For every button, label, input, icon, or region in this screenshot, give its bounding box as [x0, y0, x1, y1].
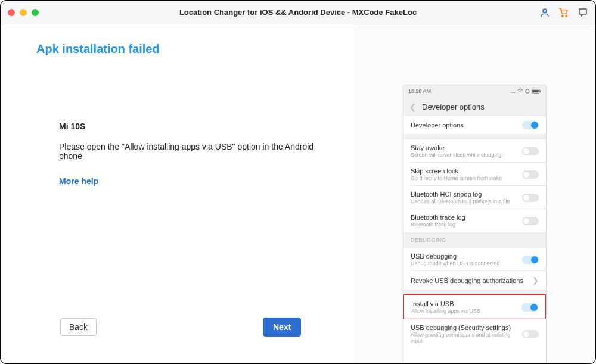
section-label: DEBUGGING [403, 232, 546, 248]
setting-subtitle: Debug mode when USB is connected [411, 260, 500, 266]
toggle-on-icon [522, 121, 539, 129]
setting-subtitle: Bluetooth trace log [411, 222, 465, 228]
toggle-on-icon [522, 256, 539, 264]
close-window-button[interactable] [8, 9, 15, 16]
wifi-icon [517, 89, 523, 94]
setting-subtitle: Capture all Bluetooth HCI packets in a f… [411, 198, 510, 204]
more-icon: ... [511, 88, 516, 94]
left-panel: Apk installation failed Mi 10S Please op… [1, 24, 354, 363]
toggle-off-icon [522, 147, 539, 155]
next-button[interactable]: Next [263, 318, 301, 337]
phone-screen-title: Developer options [422, 102, 485, 111]
setting-title: Bluetooth trace log [411, 214, 465, 221]
setting-title: USB debugging [411, 253, 500, 260]
back-chevron-icon: ❮ [409, 102, 416, 111]
setting-stay-awake: Stay awake Screen will never sleep while… [403, 139, 546, 163]
titlebar-actions [539, 7, 588, 18]
device-name: Mi 10S [59, 122, 337, 131]
section-gap [403, 134, 546, 139]
phone-preview: 10:28 AM ... ❮ Developer options Develop… [403, 85, 547, 363]
phone-settings-list: Developer options Stay awake Screen will… [403, 116, 546, 349]
svg-point-0 [543, 9, 547, 13]
phone-status-bar: 10:28 AM ... [403, 85, 546, 97]
toggle-off-icon [522, 217, 539, 225]
right-panel: 10:28 AM ... ❮ Developer options Develop… [354, 24, 595, 363]
button-row: Back Next [1, 318, 354, 336]
toggle-off-icon [522, 194, 539, 202]
svg-rect-5 [532, 90, 538, 92]
setting-title: Developer options [411, 122, 464, 129]
setting-subtitle: Screen will never sleep while charging [411, 152, 502, 158]
setting-subtitle: Allow granting permissions and simulatin… [411, 332, 522, 344]
feedback-icon[interactable] [578, 7, 588, 18]
user-icon[interactable] [539, 7, 550, 18]
window-title: Location Changer for iOS && Andorid Devi… [1, 8, 595, 17]
svg-point-1 [562, 15, 563, 16]
svg-point-2 [566, 15, 567, 16]
setting-title: Skip screen lock [411, 167, 502, 175]
maximize-window-button[interactable] [32, 9, 39, 16]
setting-bt-trace-log: Bluetooth trace log Bluetooth trace log [403, 209, 546, 232]
setting-usb-debugging: USB debugging Debug mode when USB is con… [403, 248, 546, 271]
more-help-link[interactable]: More help [59, 176, 337, 186]
setting-title: Install via USB [411, 300, 480, 307]
instruction-text: Please open the "Allow installing apps v… [59, 142, 337, 161]
setting-title: Revoke USB debugging authorizations [411, 277, 523, 284]
cart-icon[interactable] [558, 7, 569, 18]
setting-developer-options: Developer options [403, 116, 546, 134]
svg-point-3 [526, 89, 529, 93]
setting-usb-debugging-security: USB debugging (Security settings) Allow … [403, 319, 546, 349]
setting-revoke-usb: Revoke USB debugging authorizations ❯ [403, 271, 546, 290]
setting-skip-screen-lock: Skip screen lock Go directly to Home scr… [403, 163, 546, 186]
titlebar: Location Changer for iOS && Andorid Devi… [1, 1, 595, 24]
chevron-right-icon: ❯ [532, 276, 539, 285]
setting-subtitle: Go directly to Home screen from wake [411, 175, 502, 181]
phone-screen-header: ❮ Developer options [403, 97, 546, 116]
toggle-off-icon [522, 170, 539, 179]
page-heading: Apk installation failed [36, 42, 337, 56]
setting-install-via-usb: Install via USB Allow installing apps vi… [403, 294, 547, 320]
minimize-window-button[interactable] [20, 9, 27, 16]
back-button[interactable]: Back [60, 318, 97, 336]
signal-icon [525, 89, 530, 94]
setting-subtitle: Allow installing apps via USB [411, 308, 480, 314]
app-window: Location Changer for iOS && Andorid Devi… [0, 0, 596, 364]
phone-status-icons: ... [511, 88, 541, 94]
setting-title: Bluetooth HCI snoop log [411, 191, 510, 198]
setting-title: Stay awake [411, 144, 502, 151]
phone-time: 10:28 AM [408, 88, 431, 94]
traffic-lights [8, 9, 39, 16]
toggle-off-icon [522, 330, 539, 338]
setting-bt-hci-snoop: Bluetooth HCI snoop log Capture all Blue… [403, 186, 546, 209]
toggle-on-icon [522, 303, 538, 312]
setting-title: USB debugging (Security settings) [411, 324, 522, 331]
svg-rect-6 [540, 90, 541, 92]
content-area: Apk installation failed Mi 10S Please op… [1, 24, 595, 363]
battery-icon [532, 89, 541, 94]
